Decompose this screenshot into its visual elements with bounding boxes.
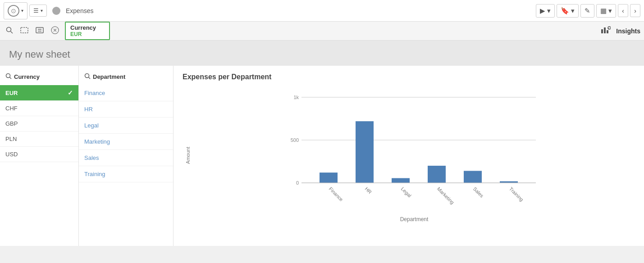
forward-icon: ›	[634, 7, 636, 14]
bookmark-button[interactable]: 🔖 ▾	[557, 4, 579, 18]
list-view-button[interactable]: ☰ ▾	[29, 5, 47, 17]
svg-rect-10	[604, 27, 606, 33]
svg-point-14	[6, 74, 10, 78]
toolbar-right: ▶ ▾ 🔖 ▾ ✎ ▦ ▾ ‹ ›	[536, 4, 640, 18]
lasso-icon	[20, 26, 29, 35]
svg-rect-2	[21, 27, 28, 33]
bar-finance	[320, 172, 338, 183]
svg-line-13	[608, 28, 609, 29]
bookmark-chevron: ▾	[571, 7, 575, 15]
app-title: Expenses	[66, 7, 93, 14]
department-panel-header: Department	[79, 70, 173, 85]
svg-text:Marketing: Marketing	[436, 186, 456, 205]
bar-chart-icon	[601, 26, 611, 34]
department-panel: Department FinanceHRLegalMarketingSalesT…	[79, 66, 174, 246]
forward-button[interactable]: ›	[630, 4, 640, 17]
svg-rect-3	[36, 27, 43, 33]
currency-item[interactable]: USD	[0, 147, 78, 162]
chart-panel: Expenses per Department Amount 05001kFin…	[174, 66, 644, 246]
insights-icon-button[interactable]	[599, 24, 612, 38]
svg-text:1k: 1k	[293, 95, 299, 100]
search-icon	[5, 26, 14, 34]
lasso-button[interactable]	[18, 24, 31, 38]
back-button[interactable]: ‹	[618, 4, 628, 17]
bar-legal	[392, 178, 410, 183]
currency-panel: Currency EUR✓CHFGBPPLNUSD	[0, 66, 79, 246]
bar-chart: 05001kFinanceHRLegalMarketingSalesTraini…	[193, 88, 635, 214]
svg-line-1	[11, 31, 13, 33]
currency-list: EUR✓CHFGBPPLNUSD	[0, 85, 78, 162]
clear-button[interactable]	[49, 24, 61, 38]
department-item[interactable]: HR	[79, 101, 173, 118]
select-button[interactable]	[33, 24, 46, 38]
sheet-title-bar: My new sheet	[0, 41, 644, 66]
chart-icon: ▦	[600, 7, 607, 15]
list-icon: ☰	[33, 7, 39, 14]
department-list: FinanceHRLegalMarketingSalesTraining	[79, 85, 173, 182]
pencil-icon: ✎	[585, 7, 590, 15]
present-chevron: ▾	[547, 7, 551, 15]
chip-title: Currency	[70, 24, 105, 31]
chart-chevron: ▾	[608, 7, 612, 15]
department-item[interactable]: Finance	[79, 85, 173, 101]
currency-item[interactable]: GBP	[0, 116, 78, 132]
svg-text:Sales: Sales	[472, 186, 485, 199]
department-search-icon	[84, 73, 91, 81]
present-icon: ▶	[540, 7, 545, 15]
check-icon: ✓	[68, 89, 73, 96]
svg-text:Finance: Finance	[328, 186, 344, 202]
svg-rect-11	[607, 30, 608, 33]
clear-icon	[50, 26, 59, 35]
back-icon: ‹	[622, 7, 624, 14]
svg-point-0	[7, 27, 11, 32]
main-content: Currency EUR✓CHFGBPPLNUSD Department Fin…	[0, 66, 644, 246]
compass-button[interactable]: ⊙ ▾	[4, 2, 27, 19]
compass-chevron: ▾	[21, 8, 23, 13]
filter-right: Insights	[599, 24, 640, 38]
svg-point-16	[85, 74, 89, 78]
currency-filter-chip[interactable]: Currency EUR	[65, 22, 110, 40]
department-item[interactable]: Legal	[79, 118, 173, 134]
bar-sales	[464, 171, 482, 183]
insights-label: Insights	[616, 27, 640, 35]
compass-icon: ⊙	[8, 5, 19, 17]
svg-rect-9	[601, 29, 603, 33]
toolbar-left: ⊙ ▾ ☰ ▾ Expenses	[4, 2, 93, 19]
svg-text:500: 500	[291, 137, 299, 143]
edit-button[interactable]: ✎	[580, 4, 594, 18]
department-panel-title: Department	[93, 73, 125, 80]
currency-search-icon	[5, 73, 12, 81]
search-filter-button[interactable]	[4, 24, 15, 38]
svg-text:HR: HR	[364, 186, 373, 195]
svg-line-15	[10, 77, 12, 79]
svg-text:Legal: Legal	[400, 186, 413, 199]
department-item[interactable]: Training	[79, 166, 173, 182]
svg-text:0: 0	[296, 180, 299, 186]
svg-text:Training: Training	[508, 186, 525, 202]
department-item[interactable]: Marketing	[79, 134, 173, 150]
present-button[interactable]: ▶ ▾	[536, 4, 555, 18]
x-axis-label: Department	[193, 216, 635, 222]
select-icon	[35, 26, 44, 35]
currency-item[interactable]: PLN	[0, 132, 78, 147]
bar-training	[500, 181, 518, 183]
sheet-title: My new sheet	[9, 49, 635, 60]
filter-bar: Currency EUR Insights	[0, 22, 644, 41]
bar-hr	[356, 121, 374, 183]
chip-value: EUR	[70, 31, 105, 37]
currency-item[interactable]: CHF	[0, 101, 78, 116]
app-dot-icon	[52, 7, 60, 15]
list-chevron: ▾	[41, 8, 43, 13]
currency-panel-header: Currency	[0, 70, 78, 85]
insights-right-button[interactable]: Insights	[616, 27, 640, 35]
svg-line-17	[89, 77, 91, 79]
chart-button[interactable]: ▦ ▾	[596, 4, 616, 18]
y-axis-label: Amount	[185, 147, 191, 164]
department-item[interactable]: Sales	[79, 150, 173, 166]
currency-panel-title: Currency	[14, 73, 40, 80]
bar-marketing	[428, 166, 446, 183]
currency-item[interactable]: EUR✓	[0, 85, 78, 101]
top-toolbar: ⊙ ▾ ☰ ▾ Expenses ▶ ▾ 🔖 ▾ ✎ ▦ ▾ ‹	[0, 0, 644, 22]
chart-title: Expenses per Department	[183, 73, 635, 81]
filter-tools	[4, 24, 61, 38]
